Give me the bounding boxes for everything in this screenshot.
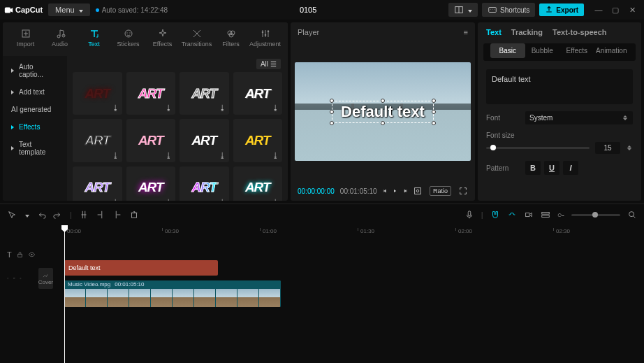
- download-icon[interactable]: ⭳: [165, 151, 173, 159]
- preset-card[interactable]: ART⭳: [180, 119, 229, 162]
- shortcuts-button[interactable]: Shortcuts: [482, 3, 535, 17]
- download-icon[interactable]: ⭳: [112, 198, 119, 201]
- text-track-controls: T: [0, 245, 60, 264]
- tab-filters[interactable]: Filters: [214, 25, 248, 56]
- mic-button[interactable]: [464, 210, 474, 220]
- eye-icon[interactable]: [20, 273, 22, 283]
- cover-button[interactable]: Cover: [38, 268, 53, 289]
- tab-text[interactable]: Text: [77, 25, 111, 56]
- sidebar-effects[interactable]: Effects: [6, 119, 64, 135]
- download-icon[interactable]: ⭳: [219, 151, 226, 159]
- timecode-duration: 00:01:05:10: [340, 187, 377, 195]
- text-overlay[interactable]: Default text: [332, 101, 434, 123]
- subtab-effects[interactable]: Effects: [559, 43, 594, 58]
- bold-button[interactable]: B: [525, 161, 541, 175]
- download-icon[interactable]: ⭳: [112, 104, 119, 112]
- timeline-ruler[interactable]: 00:00 00:30 01:00 01:30 02:00 02:30: [60, 225, 644, 241]
- preset-card[interactable]: ART⭳: [73, 119, 122, 162]
- prev-frame-button[interactable]: [383, 186, 387, 196]
- underline-button[interactable]: U: [544, 161, 559, 175]
- player-menu-icon[interactable]: ≡: [464, 28, 468, 36]
- fullscreen-button[interactable]: [458, 186, 468, 196]
- tab-effects[interactable]: Effects: [145, 25, 180, 56]
- tab-audio[interactable]: Audio: [43, 25, 77, 56]
- preset-card[interactable]: ART⭳: [126, 72, 176, 115]
- download-icon[interactable]: ⭳: [219, 198, 226, 201]
- download-icon[interactable]: ⭳: [165, 104, 173, 112]
- lock-icon[interactable]: [16, 250, 24, 259]
- eye-icon[interactable]: [28, 250, 36, 259]
- track-toggle[interactable]: [541, 210, 550, 220]
- layout-button[interactable]: [448, 3, 478, 17]
- ratio-button[interactable]: Ratio: [430, 186, 451, 196]
- preset-card[interactable]: ART⭳: [73, 166, 122, 201]
- subtab-basic[interactable]: Basic: [490, 43, 525, 58]
- text-clip[interactable]: Default text: [64, 260, 218, 276]
- preset-card[interactable]: ART⭳: [180, 166, 229, 201]
- delete-right-button[interactable]: [112, 210, 122, 220]
- project-title: 0105: [173, 6, 443, 14]
- fontsize-slider[interactable]: [486, 147, 590, 149]
- play-button[interactable]: [393, 186, 397, 196]
- inspector-tab-tts[interactable]: Text-to-speech: [552, 28, 606, 36]
- menu-button[interactable]: Menu: [48, 3, 90, 16]
- player-label: Player: [298, 28, 319, 36]
- link-button[interactable]: [507, 210, 517, 220]
- preset-card[interactable]: ART⭳: [126, 166, 176, 201]
- download-icon[interactable]: ⭳: [165, 198, 173, 201]
- subtab-bubble[interactable]: Bubble: [525, 43, 560, 58]
- zoom-out-button[interactable]: ○-: [557, 211, 564, 219]
- download-icon[interactable]: ⭳: [219, 104, 226, 112]
- preview-toggle[interactable]: [524, 210, 534, 220]
- subtab-animation[interactable]: Animation: [594, 43, 629, 58]
- inspector-tab-tracking[interactable]: Tracking: [511, 28, 543, 36]
- tab-import[interactable]: Import: [8, 25, 43, 56]
- export-button[interactable]: Export: [539, 3, 584, 16]
- italic-button[interactable]: I: [563, 161, 578, 175]
- close-button[interactable]: ✕: [624, 3, 640, 16]
- minimize-button[interactable]: —: [591, 3, 606, 16]
- sidebar-ai-generated[interactable]: AI generated: [6, 101, 64, 118]
- preset-card[interactable]: ART⭳: [180, 72, 229, 115]
- redo-button[interactable]: [53, 210, 63, 220]
- playhead[interactable]: [64, 225, 65, 363]
- preset-card[interactable]: ART⭳: [233, 166, 283, 201]
- download-icon[interactable]: ⭳: [272, 104, 279, 112]
- tab-transitions[interactable]: Transitions: [180, 25, 214, 56]
- undo-button[interactable]: [36, 210, 46, 220]
- fontsize-stepper[interactable]: [626, 145, 633, 150]
- tab-adjustment[interactable]: Adjustment: [248, 25, 282, 56]
- preset-card[interactable]: ART⭳: [73, 72, 122, 115]
- scale-icon[interactable]: [413, 186, 423, 196]
- pointer-tool[interactable]: [7, 210, 17, 220]
- video-clip[interactable]: Music Video.mpg00:01:05:10: [64, 280, 281, 307]
- maximize-button[interactable]: ▢: [608, 3, 623, 16]
- download-icon[interactable]: ⭳: [272, 151, 279, 159]
- download-icon[interactable]: ⭳: [272, 198, 279, 201]
- delete-button[interactable]: [129, 210, 139, 220]
- mute-icon[interactable]: [7, 273, 9, 283]
- font-label: Font: [486, 114, 520, 122]
- svg-rect-19: [415, 188, 421, 194]
- magnet-button[interactable]: [490, 210, 500, 220]
- text-content-input[interactable]: [486, 69, 633, 104]
- preview-canvas[interactable]: Default text: [295, 62, 471, 162]
- zoom-slider[interactable]: [571, 214, 620, 216]
- lock-icon[interactable]: [13, 273, 15, 283]
- tab-stickers[interactable]: Stickers: [111, 25, 145, 56]
- fontsize-value[interactable]: 15: [595, 142, 620, 154]
- zoom-fit-button[interactable]: [627, 210, 637, 220]
- preset-card[interactable]: ART⭳: [233, 72, 283, 115]
- split-button[interactable]: [79, 210, 89, 220]
- sidebar-text-template[interactable]: Text template: [6, 136, 64, 160]
- preset-card[interactable]: ART⭳: [233, 119, 283, 162]
- filter-all-button[interactable]: All ☰: [256, 59, 281, 69]
- download-icon[interactable]: ⭳: [112, 151, 119, 159]
- font-select[interactable]: System: [525, 111, 633, 124]
- sidebar-auto-captions[interactable]: Auto captio...: [6, 59, 64, 83]
- sidebar-add-text[interactable]: Add text: [6, 84, 64, 100]
- inspector-tab-text[interactable]: Text: [486, 28, 502, 36]
- preset-card[interactable]: ART⭳: [126, 119, 176, 162]
- delete-left-button[interactable]: [96, 210, 105, 220]
- next-frame-button[interactable]: [403, 186, 407, 196]
